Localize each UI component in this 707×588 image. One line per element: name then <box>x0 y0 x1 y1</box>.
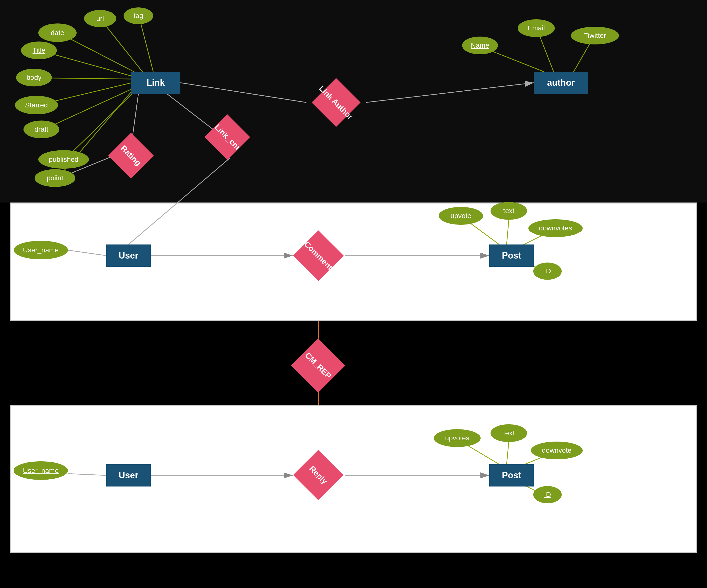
attr-title: Title <box>21 41 57 59</box>
entity-link: Link <box>131 72 180 94</box>
attr-tag: tag <box>124 7 153 24</box>
attr-id-middle: ID <box>533 262 562 280</box>
attr-username-middle: User_name <box>13 241 68 259</box>
attr-draft: draft <box>24 120 59 138</box>
entity-post-middle: Post <box>489 245 534 267</box>
er-diagram: Link author Link Author Rating Link_cm d… <box>0 0 707 588</box>
attr-email-author: Email <box>518 19 555 37</box>
attr-poiint: poiint <box>35 169 75 187</box>
attr-date: date <box>38 24 77 42</box>
attr-id-bottom: ID <box>533 486 562 503</box>
attr-body: body <box>16 69 52 86</box>
attr-username-bottom: User_name <box>13 461 68 480</box>
attr-name-author: Name <box>462 37 498 54</box>
entity-author: author <box>534 72 588 94</box>
relationship-comment: Comment <box>292 237 344 274</box>
attr-downvotes-middle: downvotes <box>528 219 583 237</box>
attr-published: published <box>38 150 89 169</box>
attr-upvotes-bottom: upvotes <box>434 429 481 447</box>
entity-user-middle: User <box>106 245 151 267</box>
relationship-reply: Reply <box>292 456 344 493</box>
entity-user-bottom: User <box>106 464 151 486</box>
attr-downvote-bottom: downvote <box>531 442 583 460</box>
attr-text-middle: text <box>491 202 527 220</box>
attr-text-bottom: text <box>491 424 527 442</box>
relationship-rating: Rating <box>109 138 153 173</box>
attr-url: url <box>84 10 116 27</box>
entity-post-bottom: Post <box>489 464 534 486</box>
relationship-link-cm: Link_cm <box>203 118 252 156</box>
relationship-cm-rep: CM_REP <box>292 346 345 385</box>
attr-starred: Starred <box>15 96 58 114</box>
relationship-link-author: Link Author <box>306 83 366 122</box>
attr-twitter-author: Tiwitter <box>571 27 619 44</box>
attr-upvote-middle: upvote <box>439 207 483 225</box>
